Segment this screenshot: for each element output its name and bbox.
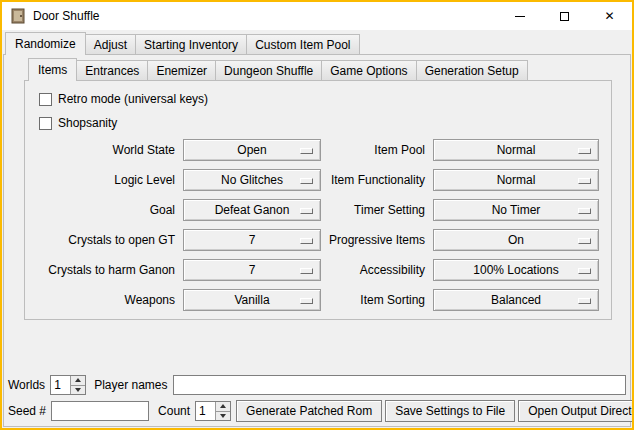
window-title: Door Shuffle — [33, 9, 100, 23]
tab-dungeon-shuffle[interactable]: Dungeon Shuffle — [215, 60, 322, 81]
checkbox-icon[interactable] — [39, 93, 52, 106]
item-pool-label: Item Pool — [321, 143, 433, 157]
seed-row: Seed # Count Generate Patched Rom Save S… — [8, 400, 626, 422]
option-row: Crystals to open GT 7 Progressive Items … — [25, 225, 611, 255]
dropdown-indicator-icon — [300, 148, 313, 154]
item-sorting-label: Item Sorting — [321, 293, 433, 307]
settings-tab-bar: Items Entrances Enemizer Dungeon Shuffle… — [28, 58, 527, 81]
accessibility-value: 100% Locations — [473, 263, 558, 277]
player-names-label: Player names — [94, 378, 167, 392]
crystals-open-gt-value: 7 — [249, 233, 256, 247]
maximize-button[interactable] — [542, 2, 587, 30]
progressive-items-value: On — [508, 233, 524, 247]
minimize-button[interactable] — [497, 2, 542, 30]
dropdown-indicator-icon — [300, 298, 313, 304]
maximize-icon — [560, 12, 569, 21]
goal-dropdown[interactable]: Defeat Ganon — [183, 199, 321, 221]
tab-starting-inventory[interactable]: Starting Inventory — [135, 34, 247, 55]
logic-level-label: Logic Level — [25, 173, 183, 187]
shopsanity-checkbox[interactable]: Shopsanity — [25, 111, 611, 135]
items-pane: Retro mode (universal keys) Shopsanity W… — [24, 80, 612, 320]
item-sorting-value: Balanced — [491, 293, 541, 307]
tab-enemizer[interactable]: Enemizer — [147, 60, 216, 81]
crystals-open-gt-dropdown[interactable]: 7 — [183, 229, 321, 251]
player-names-input[interactable] — [173, 375, 627, 395]
titlebar[interactable]: Door Shuffle ✕ — [2, 2, 632, 30]
spin-up-icon[interactable] — [216, 402, 230, 411]
item-functionality-value: Normal — [497, 173, 536, 187]
minimize-icon — [515, 16, 525, 17]
count-label: Count — [158, 404, 190, 418]
accessibility-label: Accessibility — [321, 263, 433, 277]
option-row: Goal Defeat Ganon Timer Setting No Timer — [25, 195, 611, 225]
seed-label: Seed # — [8, 404, 46, 418]
weapons-value: Vanilla — [234, 293, 269, 307]
worlds-spinbox[interactable] — [50, 375, 86, 395]
tab-randomize[interactable]: Randomize — [5, 32, 86, 55]
option-row: Logic Level No Glitches Item Functionali… — [25, 165, 611, 195]
window-controls: ✕ — [497, 2, 632, 30]
dropdown-indicator-icon — [578, 268, 591, 274]
spin-buttons — [215, 402, 230, 420]
dropdown-indicator-icon — [300, 178, 313, 184]
options-grid: World State Open Item Pool Normal Logic … — [25, 135, 611, 315]
progressive-items-dropdown[interactable]: On — [433, 229, 599, 251]
save-settings-button[interactable]: Save Settings to File — [385, 400, 515, 422]
spin-down-icon[interactable] — [216, 411, 230, 421]
generate-patched-rom-button[interactable]: Generate Patched Rom — [236, 400, 382, 422]
weapons-label: Weapons — [25, 293, 183, 307]
app-icon — [10, 8, 26, 24]
worlds-input[interactable] — [51, 376, 70, 394]
option-row: Weapons Vanilla Item Sorting Balanced — [25, 285, 611, 315]
item-sorting-dropdown[interactable]: Balanced — [433, 289, 599, 311]
timer-setting-dropdown[interactable]: No Timer — [433, 199, 599, 221]
count-input[interactable] — [196, 402, 215, 420]
logic-level-value: No Glitches — [221, 173, 283, 187]
dropdown-indicator-icon — [300, 268, 313, 274]
tab-custom-item-pool[interactable]: Custom Item Pool — [246, 34, 359, 55]
crystals-open-gt-label: Crystals to open GT — [25, 233, 183, 247]
dropdown-indicator-icon — [300, 238, 313, 244]
count-spinbox[interactable] — [195, 401, 231, 421]
logic-level-dropdown[interactable]: No Glitches — [183, 169, 321, 191]
close-button[interactable]: ✕ — [587, 2, 632, 30]
shopsanity-label: Shopsanity — [58, 116, 117, 130]
progressive-items-label: Progressive Items — [321, 233, 433, 247]
tab-adjust[interactable]: Adjust — [85, 34, 136, 55]
door-shuffle-window: Door Shuffle ✕ Randomize Adjust Starting… — [0, 0, 634, 430]
dropdown-indicator-icon — [300, 208, 313, 214]
tab-generation-setup[interactable]: Generation Setup — [416, 60, 528, 81]
world-state-label: World State — [25, 143, 183, 157]
tab-game-options[interactable]: Game Options — [321, 60, 416, 81]
goal-value: Defeat Ganon — [215, 203, 290, 217]
option-row: Crystals to harm Ganon 7 Accessibility 1… — [25, 255, 611, 285]
checkbox-icon[interactable] — [39, 117, 52, 130]
timer-setting-value: No Timer — [492, 203, 541, 217]
main-tab-bar: Randomize Adjust Starting Inventory Cust… — [5, 32, 359, 55]
worlds-label: Worlds — [8, 378, 45, 392]
weapons-dropdown[interactable]: Vanilla — [183, 289, 321, 311]
worlds-row: Worlds Player names — [8, 374, 626, 396]
goal-label: Goal — [25, 203, 183, 217]
spin-down-icon[interactable] — [71, 385, 85, 395]
item-pool-dropdown[interactable]: Normal — [433, 139, 599, 161]
seed-input[interactable] — [51, 401, 149, 421]
dropdown-indicator-icon — [578, 178, 591, 184]
tab-items[interactable]: Items — [28, 58, 77, 81]
world-state-value: Open — [237, 143, 266, 157]
spin-buttons — [70, 376, 85, 394]
item-functionality-dropdown[interactable]: Normal — [433, 169, 599, 191]
retro-mode-checkbox[interactable]: Retro mode (universal keys) — [25, 87, 611, 111]
close-icon: ✕ — [604, 10, 614, 22]
crystals-harm-ganon-dropdown[interactable]: 7 — [183, 259, 321, 281]
crystals-harm-ganon-value: 7 — [249, 263, 256, 277]
retro-mode-label: Retro mode (universal keys) — [58, 92, 208, 106]
dropdown-indicator-icon — [578, 208, 591, 214]
spin-up-icon[interactable] — [71, 376, 85, 385]
timer-setting-label: Timer Setting — [321, 203, 433, 217]
tab-entrances[interactable]: Entrances — [76, 60, 148, 81]
world-state-dropdown[interactable]: Open — [183, 139, 321, 161]
dropdown-indicator-icon — [578, 298, 591, 304]
accessibility-dropdown[interactable]: 100% Locations — [433, 259, 599, 281]
open-output-directory-button[interactable]: Open Output Directory — [518, 400, 634, 422]
